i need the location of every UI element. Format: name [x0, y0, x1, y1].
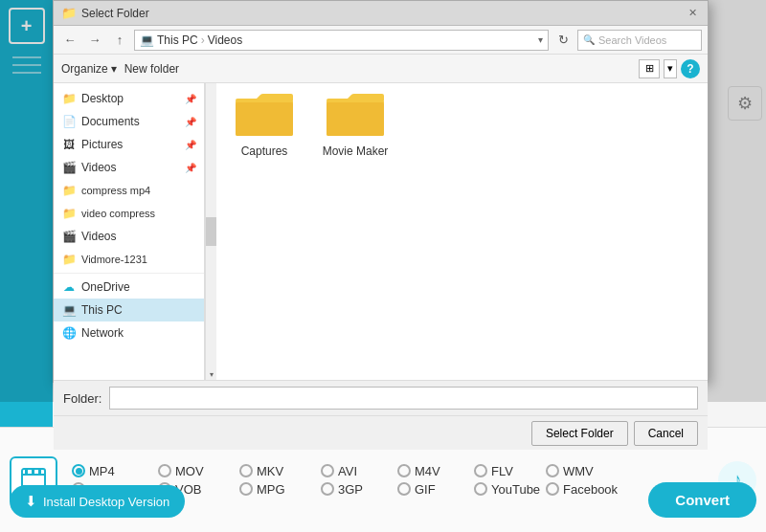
breadcrumb-videos: Videos — [208, 33, 242, 47]
format-facebook[interactable]: Facebook — [546, 482, 618, 497]
folder-movie-maker[interactable]: Movie Maker — [317, 93, 394, 158]
nav-this-pc[interactable]: 💻 This PC — [54, 299, 204, 321]
download-icon: ⬇ — [25, 493, 37, 510]
folder-label: Folder: — [63, 391, 101, 406]
convert-button[interactable]: Convert — [648, 482, 756, 518]
nav-pane-wrap: 📁 Desktop 📌 📄 Documents 📌 🖼 Pictures 📌 🎬 — [54, 83, 216, 380]
format-row-1: MP4 MOV MKV AVI M4V — [72, 464, 710, 478]
this-pc-icon: 💻 — [140, 33, 154, 47]
install-desktop-button[interactable]: ⬇ Install Desktop Version — [10, 485, 185, 518]
format-wmv[interactable]: WMV — [546, 464, 618, 478]
dialog-close-button[interactable]: ✕ — [685, 6, 700, 21]
file-area: Captures Movie Maker — [216, 83, 708, 380]
select-folder-button[interactable]: Select Folder — [531, 421, 628, 446]
format-avi[interactable]: AVI — [321, 464, 397, 478]
search-bar[interactable]: 🔍 Search Videos — [577, 30, 702, 51]
nav-videos[interactable]: 🎬 Videos — [54, 225, 204, 248]
pictures-icon: 🖼 — [61, 137, 77, 152]
dialog-titlebar: 📁 Select Folder ✕ — [54, 1, 708, 26]
desktop-icon: 📁 — [61, 91, 77, 106]
videos-icon: 🎬 — [61, 229, 77, 244]
format-mkv[interactable]: MKV — [239, 464, 321, 478]
network-icon: 🌐 — [61, 325, 77, 341]
format-mov[interactable]: MOV — [158, 464, 239, 478]
organize-arrow-icon: ▾ — [111, 62, 117, 76]
nav-video-compress[interactable]: 📁 video compress — [54, 202, 204, 225]
nav-separator — [54, 273, 204, 274]
format-3gp[interactable]: 3GP — [321, 482, 397, 497]
refresh-button[interactable]: ↻ — [552, 30, 574, 51]
nav-pane: 📁 Desktop 📌 📄 Documents 📌 🖼 Pictures 📌 🎬 — [54, 83, 205, 380]
new-folder-button[interactable]: New folder — [124, 62, 179, 76]
dialog-title: Select Folder — [81, 7, 149, 20]
folder-input[interactable] — [109, 387, 698, 410]
search-placeholder: Search Videos — [598, 34, 666, 46]
nav-desktop[interactable]: 📁 Desktop 📌 — [54, 87, 204, 110]
pin-icon: 📌 — [185, 140, 196, 150]
up-button[interactable]: ↑ — [109, 30, 130, 51]
view-button[interactable]: ⊞ — [639, 59, 660, 78]
address-dropdown-icon[interactable]: ▾ — [538, 34, 543, 45]
nav-scrollbar[interactable]: ▾ — [205, 83, 216, 380]
help-button[interactable]: ? — [681, 59, 700, 78]
format-mpg[interactable]: MPG — [239, 482, 321, 497]
breadcrumb-this-pc: This PC — [157, 33, 198, 47]
svg-rect-10 — [236, 102, 293, 136]
pin-icon: 📌 — [185, 94, 196, 104]
folder-icon: 📁 — [61, 206, 77, 221]
forward-button[interactable]: → — [84, 30, 105, 51]
nav-network[interactable]: 🌐 Network — [54, 321, 204, 344]
videos-icon: 🎬 — [61, 160, 77, 175]
back-button[interactable]: ← — [59, 30, 80, 51]
nav-videos-pinned[interactable]: 🎬 Videos 📌 — [54, 156, 204, 179]
folder-icon: 📁 — [61, 183, 77, 198]
address-bar[interactable]: 💻 This PC › Videos ▾ — [134, 30, 549, 51]
nav-compress-mp4[interactable]: 📁 compress mp4 — [54, 179, 204, 202]
svg-rect-1 — [22, 474, 45, 476]
svg-rect-3 — [25, 469, 28, 474]
onedrive-icon: ☁ — [61, 279, 77, 295]
breadcrumb-sep1: › — [201, 33, 205, 47]
nav-onedrive[interactable]: ☁ OneDrive — [54, 276, 204, 299]
format-mp4[interactable]: MP4 — [72, 464, 158, 478]
file-dialog: 📁 Select Folder ✕ ← → ↑ 💻 This PC › Vide… — [53, 0, 709, 383]
cancel-button[interactable]: Cancel — [634, 421, 698, 446]
format-m4v[interactable]: M4V — [397, 464, 474, 478]
svg-rect-12 — [327, 102, 384, 136]
pin-icon: 📌 — [185, 163, 196, 173]
dialog-actions-bar: Select Folder Cancel — [54, 415, 708, 450]
format-gif[interactable]: GIF — [397, 482, 474, 497]
this-pc-icon: 💻 — [61, 302, 77, 318]
scroll-down-arrow[interactable]: ▾ — [206, 368, 216, 380]
folder-captures-icon — [236, 93, 293, 141]
dialog-title-icon: 📁 — [61, 6, 77, 20]
organize-button[interactable]: Organize ▾ — [61, 62, 117, 76]
nav-documents[interactable]: 📄 Documents 📌 — [54, 110, 204, 133]
nav-scrollbar-thumb[interactable] — [206, 217, 216, 246]
nav-vidmore[interactable]: 📁 Vidmore-1231 — [54, 248, 204, 271]
folder-input-row: Folder: — [54, 380, 708, 415]
format-flv[interactable]: FLV — [474, 464, 546, 478]
sec-toolbar: Organize ▾ New folder ⊞ ▾ ? — [54, 55, 708, 83]
nav-pictures[interactable]: 🖼 Pictures 📌 — [54, 133, 204, 156]
format-youtube[interactable]: YouTube — [474, 482, 546, 497]
dialog-content: 📁 Desktop 📌 📄 Documents 📌 🖼 Pictures 📌 🎬 — [54, 83, 708, 380]
documents-icon: 📄 — [61, 114, 77, 129]
svg-rect-4 — [32, 469, 34, 474]
folder-captures[interactable]: Captures — [226, 93, 303, 158]
dialog-toolbar: ← → ↑ 💻 This PC › Videos ▾ ↻ 🔍 Search Vi… — [54, 26, 708, 55]
folder-movie-maker-icon — [327, 93, 384, 141]
view-arrow-button[interactable]: ▾ — [664, 59, 677, 78]
search-icon: 🔍 — [583, 34, 595, 45]
pin-icon: 📌 — [185, 117, 196, 127]
folder-icon: 📁 — [61, 252, 77, 267]
svg-rect-5 — [38, 469, 41, 474]
dialog-title-area: 📁 Select Folder — [61, 6, 149, 20]
